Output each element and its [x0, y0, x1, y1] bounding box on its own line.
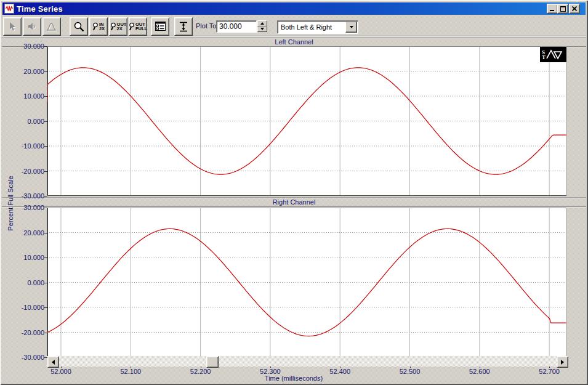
peak-curve-icon [46, 21, 57, 32]
x-tick-label: 52.100 [115, 368, 146, 375]
y-tick-label: 20.000 [16, 229, 44, 237]
x-tick-label: 52.500 [395, 368, 425, 375]
y-tick-label: -20.000 [16, 329, 44, 336]
x-tick-label: 52.600 [464, 368, 495, 375]
y-tick-mark [44, 96, 47, 97]
down-arrow-icon [260, 28, 264, 30]
magnifier-icon [129, 22, 135, 31]
scroll-left-button[interactable] [47, 356, 59, 368]
up-arrow-icon [260, 22, 264, 25]
y-tick-label: -30.000 [16, 192, 44, 200]
y-tick-label: 20.000 [16, 68, 44, 75]
y-tick-label: 30.000 [16, 43, 44, 50]
spinner-down-button[interactable] [257, 26, 267, 33]
sine-wave-icon [546, 48, 563, 61]
maximize-button[interactable] [557, 4, 568, 14]
zoom-out-2x-button[interactable]: OUT2X [109, 17, 127, 36]
y-tick-mark [44, 121, 47, 122]
y-tick-mark [44, 146, 47, 147]
left-arrow-icon [52, 360, 55, 365]
left-channel-plot[interactable] [47, 46, 566, 196]
y-tick-mark [44, 208, 47, 208]
app-window: Time Series IN2X OUT2X O [0, 0, 588, 385]
waveform-icon [4, 4, 14, 14]
x-axis-title: Time (milliseconds) [201, 375, 386, 382]
y-tick-label: 10.000 [16, 92, 44, 100]
scrollbar-thumb[interactable] [206, 356, 219, 368]
close-button[interactable] [569, 4, 580, 14]
y-tick-label: 0.000 [16, 279, 44, 286]
cursor-arrow-icon [7, 21, 18, 32]
y-tick-mark [44, 46, 47, 47]
dropdown-arrow-icon [350, 26, 353, 28]
right-channel-plot[interactable] [47, 208, 566, 357]
pointer-tool-button [3, 17, 22, 36]
plot-top-input[interactable] [216, 20, 257, 33]
y-tick-label: 0.000 [16, 118, 44, 125]
y-tick-mark [44, 307, 47, 308]
y-tick-mark [44, 171, 47, 172]
audio-tool-button [23, 17, 41, 36]
y-tick-label: 30.000 [16, 204, 44, 211]
toolbar: IN2X OUT2X OUTFULL Plot Top: Both Left &… [2, 15, 586, 36]
left-channel-title: Left Channel [275, 38, 313, 46]
right-arrow-icon [561, 360, 564, 365]
zoom-tool-button[interactable] [70, 17, 88, 36]
window-title: Time Series [17, 4, 63, 14]
app-logo: ST [540, 47, 566, 62]
channel-mode-select[interactable]: Both Left & Right [277, 20, 358, 34]
spinner-up-button[interactable] [257, 20, 267, 26]
magnifier-icon [92, 22, 99, 31]
magnifier-icon [73, 21, 85, 33]
x-tick-label: 52.700 [534, 368, 565, 375]
peak-tool-button [42, 17, 61, 36]
y-tick-label: -30.000 [16, 354, 44, 361]
horizontal-scrollbar[interactable] [47, 356, 567, 367]
channel-mode-value: Both Left & Right [278, 23, 345, 31]
y-tick-label: -10.000 [16, 304, 44, 311]
right-channel-title: Right Channel [273, 198, 316, 206]
speaker-icon [26, 21, 38, 32]
right-channel-header: Right Channel [2, 197, 586, 207]
plot-top-spinner [257, 20, 267, 32]
y-axis-title: Percent Full Scale [7, 111, 15, 296]
minimize-button[interactable] [547, 4, 558, 14]
left-channel-header: Left Channel [2, 37, 586, 47]
title-bar[interactable]: Time Series [2, 2, 586, 15]
magnifier-icon [110, 22, 116, 31]
vertical-scale-button[interactable] [174, 17, 193, 36]
display-options-button[interactable] [151, 17, 169, 36]
zoom-in-2x-button[interactable]: IN2X [89, 17, 108, 36]
y-tick-mark [44, 257, 47, 258]
y-tick-mark [44, 196, 47, 197]
y-tick-label: 10.000 [16, 254, 44, 261]
x-tick-label: 52.000 [46, 368, 76, 375]
y-tick-label: -20.000 [16, 168, 44, 175]
scroll-right-button[interactable] [557, 356, 568, 368]
vertical-range-icon [178, 21, 189, 33]
y-tick-mark [44, 283, 47, 283]
y-tick-label: -10.000 [16, 142, 44, 150]
combo-drop-button[interactable] [345, 22, 357, 33]
y-tick-mark [44, 233, 47, 233]
y-tick-mark [44, 333, 47, 333]
y-tick-mark [44, 71, 47, 72]
zoom-out-full-button[interactable]: OUTFULL [129, 17, 147, 36]
dialog-form-icon [155, 21, 166, 32]
